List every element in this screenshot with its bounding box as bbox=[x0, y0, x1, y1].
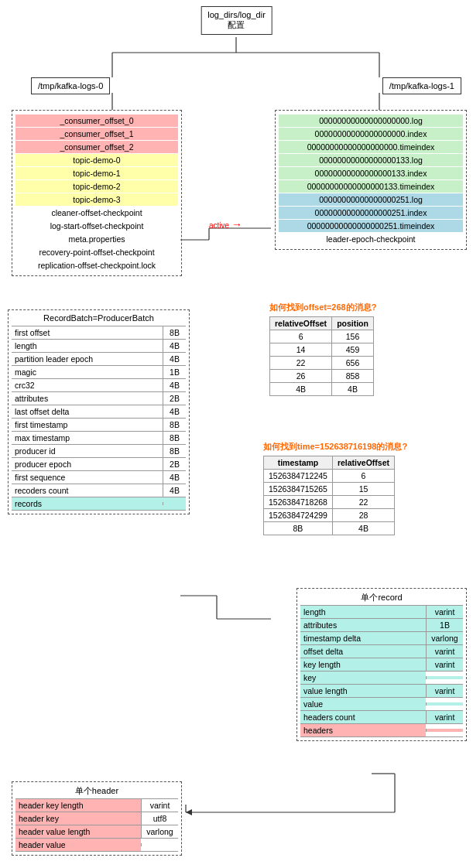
table-row: 14 459 bbox=[270, 343, 374, 357]
offset-row1-col0: 14 bbox=[270, 343, 332, 357]
offset-row2-col0: 22 bbox=[270, 357, 332, 370]
time-row3-col1: 28 bbox=[332, 509, 394, 522]
time-row0-col0: 1526384712245 bbox=[264, 470, 333, 483]
batch-row-crc32: crc32 4B bbox=[12, 378, 186, 391]
table-row: 1526384724299 28 bbox=[264, 509, 395, 522]
offset-row3-col0: 26 bbox=[270, 370, 332, 383]
time-row0-col1: 6 bbox=[332, 470, 394, 483]
file-251-timeindex: 00000000000000000251.timeindex bbox=[279, 220, 463, 232]
single-record-box: 单个record length varint attributes 1B tim… bbox=[296, 588, 467, 741]
rec-row-key: key bbox=[300, 671, 463, 684]
batch-row-recoders-count: recoders count 4B bbox=[12, 484, 186, 497]
time-row4-col0: 8B bbox=[264, 522, 333, 535]
file-topic-demo-1: topic-demo-1 bbox=[15, 167, 178, 179]
file-251-index: 00000000000000000251.index bbox=[279, 207, 463, 219]
left-file-list: _consumer_offset_0 _consumer_offset_1 _c… bbox=[12, 110, 182, 276]
offset-row4-col0: 4B bbox=[270, 383, 332, 396]
single-header-title: 单个header bbox=[15, 785, 178, 797]
table-row: 6 156 bbox=[270, 330, 374, 343]
time-question-section: 如何找到time=152638716198的消息? timestamp rela… bbox=[263, 441, 407, 535]
offset-row2-col1: 656 bbox=[332, 357, 374, 370]
right-file-list: 00000000000000000000.log 000000000000000… bbox=[275, 110, 467, 250]
file-topic-demo-0: topic-demo-0 bbox=[15, 154, 178, 166]
offset-row3-col1: 858 bbox=[332, 370, 374, 383]
file-topic-demo-2: topic-demo-2 bbox=[15, 180, 178, 193]
file-133-timeindex: 00000000000000000133.timeindex bbox=[279, 180, 463, 193]
file-recovery-point: recovery-point-offset-checkpoint bbox=[15, 246, 178, 258]
rec-row-attributes: attributes 1B bbox=[300, 618, 463, 631]
batch-row-attributes: attributes 2B bbox=[12, 391, 186, 405]
table-row: 1526384715265 15 bbox=[264, 483, 395, 496]
offset-table-header-relativeoffset: relativeOffset bbox=[270, 317, 332, 330]
file-0-timeindex: 00000000000000000000.timeindex bbox=[279, 141, 463, 153]
table-row: 26 858 bbox=[270, 370, 374, 383]
time-row4-col1: 4B bbox=[332, 522, 394, 535]
file-133-log: 00000000000000000133.log bbox=[279, 154, 463, 166]
table-row: 1526384718268 22 bbox=[264, 496, 395, 509]
file-meta-properties: meta.properties bbox=[15, 233, 178, 245]
offset-row0-col0: 6 bbox=[270, 330, 332, 343]
batch-row-producer-epoch: producer epoch 2B bbox=[12, 457, 186, 470]
file-replication-offset: replication-offset-checkpoint.lock bbox=[15, 259, 178, 272]
time-table: timestamp relativeOffset 1526384712245 6… bbox=[263, 456, 395, 535]
rec-row-offset-delta: offset delta varint bbox=[300, 644, 463, 658]
file-133-index: 00000000000000000133.index bbox=[279, 167, 463, 179]
batch-row-last-offset-delta: last offset delta 4B bbox=[12, 405, 186, 418]
dir-left-node: /tmp/kafka-logs-0 bbox=[31, 77, 110, 94]
dir-right-node: /tmp/kafka-logs-1 bbox=[382, 77, 461, 94]
batch-row-records: records bbox=[12, 497, 186, 511]
batch-row-magic: magic 1B bbox=[12, 365, 186, 378]
hdr-row-key-length: header key length varint bbox=[15, 798, 178, 812]
batch-row-producer-id: producer id 8B bbox=[12, 444, 186, 457]
hdr-row-key: header key utf8 bbox=[15, 812, 178, 825]
hdr-row-value-length: header value length varlong bbox=[15, 825, 178, 838]
file-consumer-offset-1: _consumer_offset_1 bbox=[15, 128, 178, 140]
file-consumer-offset-2: _consumer_offset_2 bbox=[15, 141, 178, 153]
hdr-row-value: header value bbox=[15, 838, 178, 852]
batch-row-first-offset: first offset 8B bbox=[12, 326, 186, 339]
file-cleaner-offset: cleaner-offset-checkpoint bbox=[15, 207, 178, 219]
svg-marker-16 bbox=[186, 809, 192, 815]
batch-row-partition-leader-epoch: partition leader epoch 4B bbox=[12, 352, 186, 365]
table-row: 8B 4B bbox=[264, 522, 395, 535]
batch-row-first-timestamp: first timestamp 8B bbox=[12, 418, 186, 431]
file-topic-demo-3: topic-demo-3 bbox=[15, 193, 178, 206]
file-0-index: 00000000000000000000.index bbox=[279, 128, 463, 140]
table-row: 22 656 bbox=[270, 357, 374, 370]
offset-question-section: 如何找到offset=268的消息? relativeOffset positi… bbox=[269, 302, 376, 396]
time-question: 如何找到time=152638716198的消息? bbox=[263, 441, 407, 453]
batch-row-max-timestamp: max timestamp 8B bbox=[12, 431, 186, 444]
root-label: log_dirs/log_dir 配置 bbox=[207, 10, 266, 29]
batch-row-length: length 4B bbox=[12, 339, 186, 352]
time-table-header-relativeoffset: relativeOffset bbox=[332, 456, 394, 470]
offset-row1-col1: 459 bbox=[332, 343, 374, 357]
rec-row-headers: headers bbox=[300, 723, 463, 737]
time-row3-col0: 1526384724299 bbox=[264, 509, 333, 522]
table-row: 4B 4B bbox=[270, 383, 374, 396]
time-row1-col1: 15 bbox=[332, 483, 394, 496]
time-row1-col0: 1526384715265 bbox=[264, 483, 333, 496]
file-consumer-offset-0: _consumer_offset_0 bbox=[15, 114, 178, 127]
rec-row-value: value bbox=[300, 697, 463, 710]
file-251-log: 00000000000000000251.log bbox=[279, 193, 463, 206]
offset-row4-col1: 4B bbox=[332, 383, 374, 396]
offset-table-header-position: position bbox=[332, 317, 374, 330]
file-leader-epoch: leader-epoch-checkpoint bbox=[279, 233, 463, 245]
offset-table: relativeOffset position 6 156 14 459 22 … bbox=[269, 316, 374, 396]
rec-row-value-length: value length varint bbox=[300, 684, 463, 697]
table-row: 1526384712245 6 bbox=[264, 470, 395, 483]
time-row2-col1: 22 bbox=[332, 496, 394, 509]
single-record-title: 单个record bbox=[300, 592, 463, 603]
time-row2-col0: 1526384718268 bbox=[264, 496, 333, 509]
root-node: log_dirs/log_dir 配置 bbox=[201, 6, 272, 35]
rec-row-key-length: key length varint bbox=[300, 658, 463, 671]
file-log-start-offset: log-start-offset-checkpoint bbox=[15, 220, 178, 232]
single-header-box: 单个header header key length varint header… bbox=[12, 781, 182, 856]
dir-left-label: /tmp/kafka-logs-0 bbox=[38, 81, 103, 91]
rec-row-timestamp-delta: timestamp delta varlong bbox=[300, 631, 463, 644]
file-0-log: 00000000000000000000.log bbox=[279, 114, 463, 127]
rec-row-headers-count: headers count varint bbox=[300, 710, 463, 723]
batch-row-first-sequence: first sequence 4B bbox=[12, 470, 186, 484]
rec-row-length: length varint bbox=[300, 605, 463, 618]
time-table-header-timestamp: timestamp bbox=[264, 456, 333, 470]
